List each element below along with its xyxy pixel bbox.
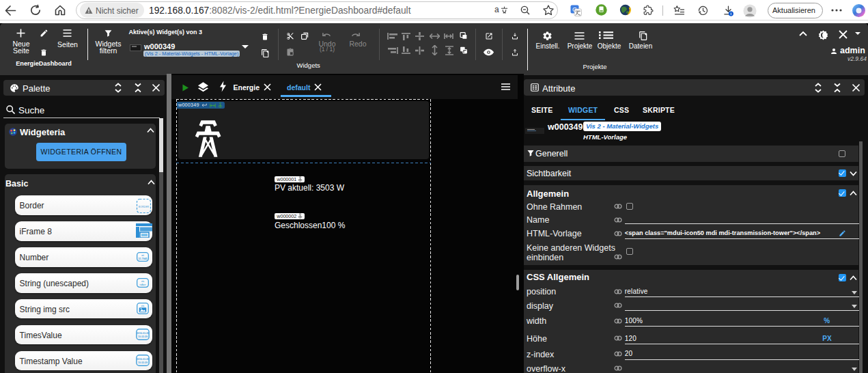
svg-text:10:32:29: 10:32:29 bbox=[138, 361, 148, 364]
svg-text:mi: mi bbox=[141, 253, 144, 256]
svg-text:BORDER: BORDER bbox=[138, 206, 149, 208]
svg-text:vis: vis bbox=[141, 305, 144, 307]
svg-text:vis: vis bbox=[141, 279, 144, 282]
svg-text:2016-03-28: 2016-03-28 bbox=[137, 358, 149, 361]
svg-text:<div>: <div> bbox=[139, 283, 145, 286]
svg-text:10:32:29: 10:32:29 bbox=[138, 335, 148, 338]
svg-text:31.7945: 31.7945 bbox=[138, 257, 147, 260]
svg-text:2016-03-28: 2016-03-28 bbox=[137, 332, 149, 335]
